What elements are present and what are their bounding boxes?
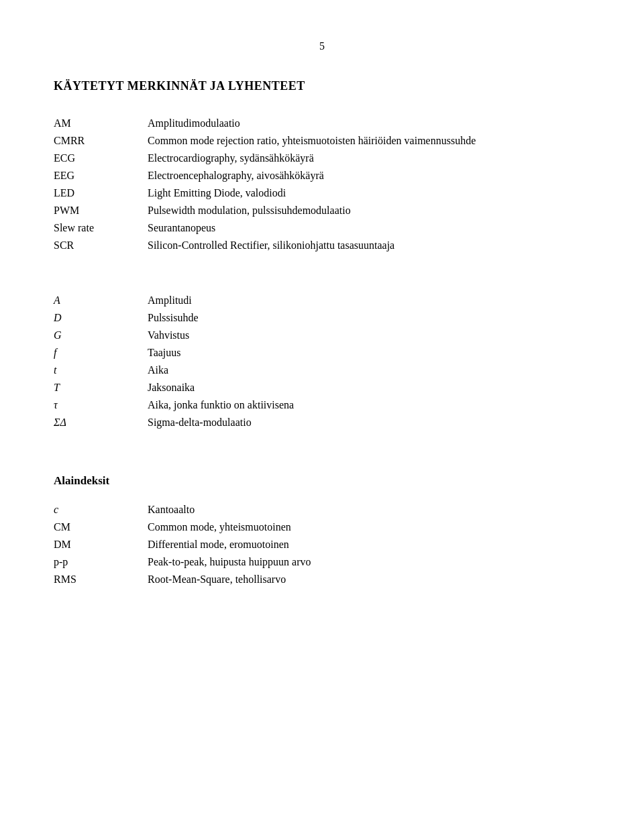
abbr-value: Jaksonaika	[148, 379, 590, 396]
abbr-value: Amplitudi	[148, 292, 590, 309]
abbr-value: Taajuus	[148, 344, 590, 362]
abbr-value: Kantoaalto	[148, 501, 590, 518]
table-row: AAmplitudi	[54, 292, 590, 309]
abbr-value: Silicon-Controlled Rectifier, silikonioh…	[148, 237, 590, 254]
table-row: ΣΔSigma-delta-modulaatio	[54, 414, 590, 431]
table-row: LEDLight Emitting Diode, valodiodi	[54, 184, 590, 202]
abbr-value: Light Emitting Diode, valodiodi	[148, 184, 590, 202]
table-row: cKantoaalto	[54, 501, 590, 518]
abbr-value: Electrocardiography, sydänsähkökäyrä	[148, 150, 590, 167]
abbr-key: CMRR	[54, 132, 148, 150]
abbr-value: Pulssisuhde	[148, 309, 590, 327]
abbr-value: Aika	[148, 362, 590, 379]
table-row: τAika, jonka funktio on aktiivisena	[54, 396, 590, 414]
abbr-key: D	[54, 309, 148, 327]
table-row: EEGElectroencephalography, aivosähkökäyr…	[54, 167, 590, 184]
subscripts-title: Alaindeksit	[54, 474, 590, 488]
abbr-key: Slew rate	[54, 219, 148, 237]
abbr-value: Peak-to-peak, huipusta huippuun arvo	[148, 553, 590, 571]
table-row: TJaksonaika	[54, 379, 590, 396]
abbr-value: Common mode rejection ratio, yhteismuoto…	[148, 132, 590, 150]
abbr-key: ECG	[54, 150, 148, 167]
abbr-key: c	[54, 501, 148, 518]
abbr-key: PWM	[54, 202, 148, 219]
table-row: p-pPeak-to-peak, huipusta huippuun arvo	[54, 553, 590, 571]
abbr-key: LED	[54, 184, 148, 202]
abbr-value: Sigma-delta-modulaatio	[148, 414, 590, 431]
table-row: GVahvistus	[54, 327, 590, 344]
abbr-key: t	[54, 362, 148, 379]
page-number: 5	[54, 40, 590, 52]
abbr-value: Seurantanopeus	[148, 219, 590, 237]
abbr-value: Electroencephalography, aivosähkökäyrä	[148, 167, 590, 184]
table-row: tAika	[54, 362, 590, 379]
abbr-key: A	[54, 292, 148, 309]
symbols-table: AAmplitudiDPulssisuhdeGVahvistusfTaajuus…	[54, 292, 590, 431]
table-row: SCRSilicon-Controlled Rectifier, silikon…	[54, 237, 590, 254]
table-row: fTaajuus	[54, 344, 590, 362]
abbr-value: Amplitudimodulaatio	[148, 115, 590, 132]
abbr-value: Vahvistus	[148, 327, 590, 344]
abbr-value: Differential mode, eromuotoinen	[148, 536, 590, 553]
table-row: DMDifferential mode, eromuotoinen	[54, 536, 590, 553]
abbr-key: DM	[54, 536, 148, 553]
table-row: CMCommon mode, yhteismuotoinen	[54, 518, 590, 536]
abbreviations-table: AMAmplitudimodulaatioCMRRCommon mode rej…	[54, 115, 590, 254]
table-row: CMRRCommon mode rejection ratio, yhteism…	[54, 132, 590, 150]
abbr-key: ΣΔ	[54, 414, 148, 431]
abbr-key: G	[54, 327, 148, 344]
abbr-key: AM	[54, 115, 148, 132]
abbr-value: Root-Mean-Square, tehollisarvo	[148, 571, 590, 588]
table-row: RMSRoot-Mean-Square, tehollisarvo	[54, 571, 590, 588]
section-title: KÄYTETYT MERKINNÄT JA LYHENTEET	[54, 79, 590, 93]
abbr-key: SCR	[54, 237, 148, 254]
abbr-value: Pulsewidth modulation, pulssisuhdemodula…	[148, 202, 590, 219]
abbr-key: τ	[54, 396, 148, 414]
abbr-key: CM	[54, 518, 148, 536]
abbr-key: p-p	[54, 553, 148, 571]
table-row: DPulssisuhde	[54, 309, 590, 327]
table-row: ECGElectrocardiography, sydänsähkökäyrä	[54, 150, 590, 167]
subscripts-table: cKantoaaltoCMCommon mode, yhteismuotoine…	[54, 501, 590, 588]
abbr-key: EEG	[54, 167, 148, 184]
abbr-value: Common mode, yhteismuotoinen	[148, 518, 590, 536]
table-row: PWMPulsewidth modulation, pulssisuhdemod…	[54, 202, 590, 219]
abbr-key: RMS	[54, 571, 148, 588]
abbr-key: T	[54, 379, 148, 396]
table-row: AMAmplitudimodulaatio	[54, 115, 590, 132]
abbr-value: Aika, jonka funktio on aktiivisena	[148, 396, 590, 414]
abbr-key: f	[54, 344, 148, 362]
table-row: Slew rateSeurantanopeus	[54, 219, 590, 237]
